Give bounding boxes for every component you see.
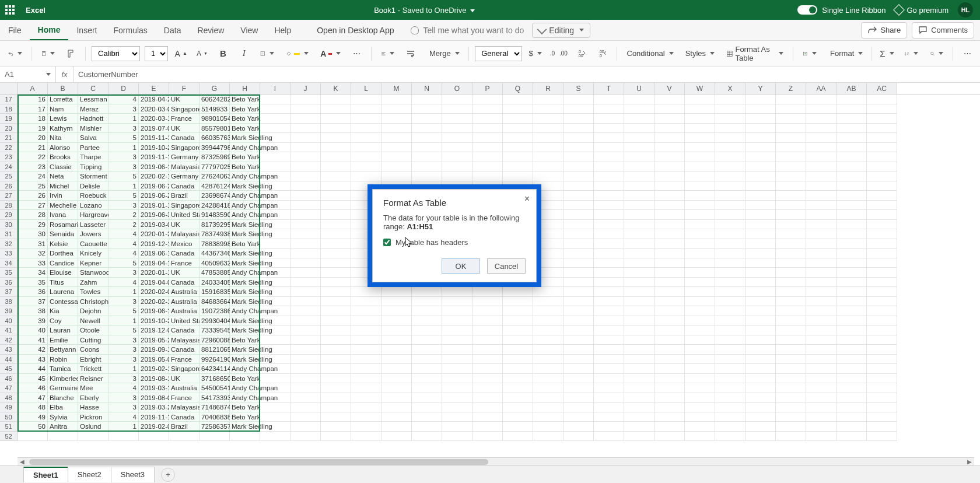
cell[interactable] [442, 412, 473, 422]
cell[interactable] [624, 258, 654, 268]
cell[interactable] [351, 355, 382, 365]
cell[interactable]: Anitra [48, 422, 78, 432]
cell[interactable] [836, 268, 867, 278]
cell[interactable] [685, 94, 715, 104]
cell[interactable] [260, 316, 290, 326]
cell[interactable]: 4 [108, 239, 139, 249]
cell[interactable]: 2019-05-04 [139, 355, 169, 365]
cell[interactable] [836, 422, 867, 432]
cell[interactable]: 54500541 [200, 383, 230, 393]
cell[interactable] [654, 432, 685, 442]
cell[interactable]: 66035763 [200, 133, 230, 143]
cell[interactable] [715, 422, 746, 432]
cell[interactable]: France [169, 114, 200, 124]
cell[interactable] [867, 94, 897, 104]
cell[interactable]: Beto Yark [230, 335, 260, 345]
cell[interactable] [564, 172, 594, 181]
cell[interactable]: Lewis [48, 114, 78, 124]
tab-view[interactable]: View [232, 20, 266, 40]
cell[interactable]: Lorretta [48, 94, 78, 104]
cell[interactable] [776, 220, 806, 230]
cell[interactable] [746, 306, 776, 316]
cell[interactable] [806, 383, 836, 393]
cell[interactable] [806, 220, 836, 230]
cell[interactable]: 78838998 [200, 239, 230, 249]
cell[interactable] [654, 201, 685, 211]
cell[interactable]: 24 [18, 172, 48, 181]
cell[interactable] [836, 278, 867, 288]
cell[interactable] [715, 355, 746, 365]
cell[interactable]: Salva [78, 133, 108, 143]
cell[interactable]: Classie [48, 162, 78, 172]
cell[interactable]: 2019-11-19 [139, 133, 169, 143]
cell[interactable] [746, 181, 776, 191]
cell[interactable]: Otoole [78, 326, 108, 335]
row-header[interactable]: 18 [0, 104, 18, 114]
cell[interactable]: 2019-03-08 [139, 220, 169, 230]
cell[interactable] [503, 124, 533, 134]
cell[interactable] [533, 104, 564, 114]
cell[interactable]: 27624063 [200, 172, 230, 181]
cell[interactable] [321, 152, 351, 162]
cell[interactable] [806, 152, 836, 162]
cell[interactable]: Kepner [78, 258, 108, 268]
editing-mode-dropdown[interactable]: Editing [532, 23, 590, 38]
cell[interactable] [351, 104, 382, 114]
column-header[interactable]: AA [806, 83, 836, 94]
cell[interactable] [412, 124, 442, 134]
cell[interactable] [746, 268, 776, 278]
cell[interactable] [594, 432, 624, 442]
cell[interactable] [806, 297, 836, 307]
cell[interactable]: Mark Siedling [230, 229, 260, 239]
cell[interactable] [260, 412, 290, 422]
cell[interactable] [503, 432, 533, 442]
cell[interactable] [412, 104, 442, 114]
cell[interactable] [746, 335, 776, 345]
cell[interactable]: Bettyann [48, 345, 78, 355]
cell[interactable]: UK [169, 268, 200, 278]
cell[interactable]: Kelsie [48, 239, 78, 249]
cell[interactable] [503, 162, 533, 172]
cell[interactable] [533, 432, 564, 442]
cell[interactable] [594, 364, 624, 374]
cell[interactable] [321, 104, 351, 114]
more-commands-button[interactable]: ⋯ [959, 46, 975, 62]
cell[interactable] [867, 191, 897, 201]
cell[interactable] [533, 335, 564, 345]
cell[interactable] [867, 239, 897, 249]
cell[interactable] [806, 374, 836, 384]
cell[interactable] [382, 393, 412, 403]
cell[interactable] [776, 422, 806, 432]
cell[interactable] [260, 374, 290, 384]
cell[interactable] [806, 181, 836, 191]
cell[interactable] [715, 143, 746, 153]
cell[interactable] [776, 268, 806, 278]
cell[interactable]: 2019-07-03 [139, 124, 169, 134]
cell[interactable]: 4 [108, 278, 139, 288]
cell[interactable] [290, 383, 321, 393]
cell[interactable] [836, 114, 867, 124]
cell[interactable]: 99264190 [200, 355, 230, 365]
cell[interactable]: 2019-05-29 [139, 335, 169, 345]
cell[interactable]: 2019-10-20 [139, 143, 169, 153]
cell[interactable]: 27 [18, 201, 48, 211]
cell[interactable] [382, 355, 412, 365]
cell[interactable] [48, 432, 78, 442]
cell[interactable] [836, 124, 867, 134]
cell[interactable] [351, 152, 382, 162]
cell[interactable] [867, 345, 897, 355]
cell[interactable] [382, 364, 412, 374]
cell[interactable]: Knicely [78, 249, 108, 258]
cell[interactable]: Emilie [48, 335, 78, 345]
cell[interactable] [503, 104, 533, 114]
cell[interactable] [290, 191, 321, 201]
cell[interactable] [260, 258, 290, 268]
row-header[interactable]: 40 [0, 316, 18, 326]
cell[interactable]: Malayasia [169, 162, 200, 172]
cell[interactable] [746, 162, 776, 172]
cell[interactable] [715, 326, 746, 335]
cell[interactable]: Michel [48, 181, 78, 191]
cell[interactable] [654, 172, 685, 181]
cell[interactable] [715, 181, 746, 191]
row-header[interactable]: 34 [0, 258, 18, 268]
